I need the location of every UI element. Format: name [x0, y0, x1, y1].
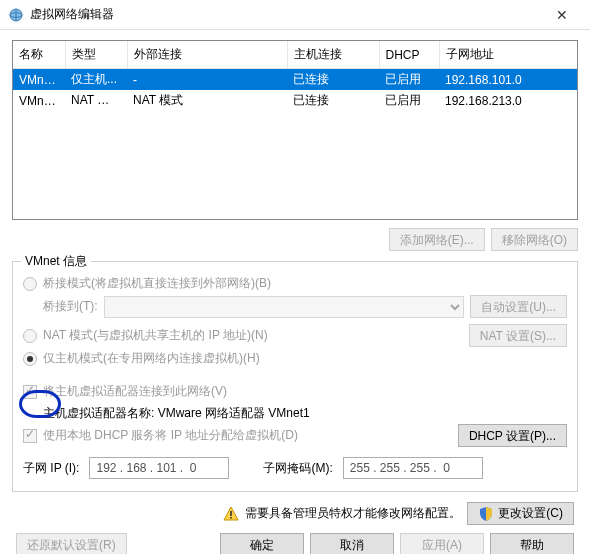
group-title: VMnet 信息	[21, 253, 91, 270]
checkbox-icon	[23, 429, 37, 443]
col-ext[interactable]: 外部连接	[127, 41, 287, 69]
svg-rect-3	[231, 517, 233, 519]
radio-icon	[23, 329, 37, 343]
shield-icon	[478, 506, 494, 522]
radio-nat: NAT 模式(与虚拟机共享主机的 IP 地址)(N)	[23, 324, 463, 347]
radio-icon	[23, 277, 37, 291]
add-network-button: 添加网络(E)...	[389, 228, 485, 251]
adapter-name-value: VMware 网络适配器 VMnet1	[158, 406, 310, 420]
window-title: 虚拟网络编辑器	[30, 6, 542, 23]
adapter-name-label: 主机虚拟适配器名称:	[43, 406, 154, 420]
network-table[interactable]: 名称 类型 外部连接 主机连接 DHCP 子网地址 VMnet1 仅主机... …	[12, 40, 578, 220]
bridge-to-label: 桥接到(T):	[43, 298, 98, 315]
nat-settings-button: NAT 设置(S)...	[469, 324, 567, 347]
warning-icon	[223, 506, 239, 522]
subnet-ip-label: 子网 IP (I):	[23, 460, 79, 477]
vmnet-info-group: VMnet 信息 桥接模式(将虚拟机直接连接到外部网络)(B) 桥接到(T): …	[12, 261, 578, 492]
subnet-mask-label: 子网掩码(M):	[263, 460, 332, 477]
col-name[interactable]: 名称	[13, 41, 65, 69]
col-host[interactable]: 主机连接	[287, 41, 379, 69]
bridge-to-select	[104, 296, 465, 318]
remove-network-button: 移除网络(O)	[491, 228, 578, 251]
col-type[interactable]: 类型	[65, 41, 127, 69]
check-use-dhcp: 使用本地 DHCP 服务将 IP 地址分配给虚拟机(D)	[23, 424, 452, 447]
table-row[interactable]: VMnet1 仅主机... - 已连接 已启用 192.168.101.0	[13, 69, 577, 91]
table-row[interactable]: VMnet8 NAT 模式 NAT 模式 已连接 已启用 192.168.213…	[13, 90, 577, 111]
auto-settings-button: 自动设置(U)...	[470, 295, 567, 318]
subnet-mask-input	[343, 457, 483, 479]
radio-hostonly: 仅主机模式(在专用网络内连接虚拟机)(H)	[23, 347, 567, 370]
cancel-button[interactable]: 取消	[310, 533, 394, 554]
svg-rect-2	[231, 511, 233, 516]
help-button[interactable]: 帮助	[490, 533, 574, 554]
radio-icon	[23, 352, 37, 366]
col-dhcp[interactable]: DHCP	[379, 41, 439, 69]
subnet-ip-input	[89, 457, 229, 479]
radio-bridge: 桥接模式(将虚拟机直接连接到外部网络)(B)	[23, 272, 567, 295]
admin-note: 需要具备管理员特权才能修改网络配置。	[245, 505, 461, 522]
ok-button[interactable]: 确定	[220, 533, 304, 554]
change-settings-button[interactable]: 更改设置(C)	[467, 502, 574, 525]
apply-button: 应用(A)	[400, 533, 484, 554]
app-icon	[8, 7, 24, 23]
close-icon[interactable]: ✕	[542, 7, 582, 23]
dhcp-settings-button[interactable]: DHCP 设置(P)...	[458, 424, 567, 447]
restore-defaults-button: 还原默认设置(R)	[16, 533, 127, 554]
checkbox-icon	[23, 385, 37, 399]
check-connect-adapter: 将主机虚拟适配器连接到此网络(V)	[23, 380, 567, 403]
col-subnet[interactable]: 子网地址	[439, 41, 577, 69]
